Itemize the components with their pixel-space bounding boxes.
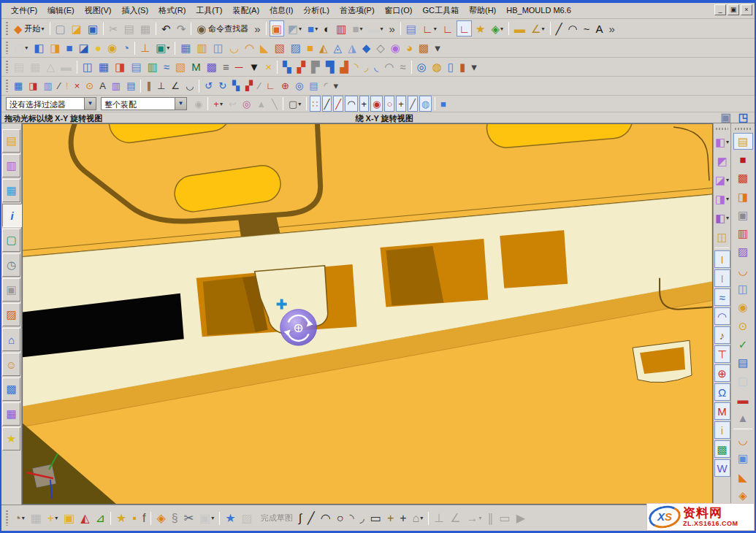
sew-button[interactable]: ◫ xyxy=(211,40,226,56)
spring-button[interactable]: ≈ xyxy=(714,288,730,306)
move-face-button[interactable]: ▚ xyxy=(280,59,294,75)
edge-blend-button[interactable]: ◝ xyxy=(352,59,361,75)
measure-angle-button-dropdown-icon[interactable]: ▾ xyxy=(542,26,545,32)
delete-button[interactable]: × xyxy=(72,78,83,94)
law-extension-button[interactable]: ◆ xyxy=(360,40,373,56)
instance-button[interactable]: ◫ xyxy=(80,59,95,75)
background-button[interactable]: ▬▾ xyxy=(366,20,385,37)
mold-box-button[interactable]: ▩ xyxy=(733,169,753,186)
target-button[interactable]: ⊕ xyxy=(279,78,291,94)
boolean-button[interactable]: ▣▾ xyxy=(153,40,172,56)
compose-button[interactable]: M xyxy=(189,59,203,75)
coin-stack-button[interactable]: ◉ xyxy=(733,299,753,315)
pattern-button[interactable]: ▦ xyxy=(96,59,111,75)
materials-tab[interactable]: ▨ xyxy=(2,303,20,326)
section-surface-button[interactable]: ◉ xyxy=(389,40,402,56)
snap-existing-point-button[interactable]: + xyxy=(396,96,406,112)
wizard-tab[interactable]: ★ xyxy=(2,427,20,450)
assembly-constraint-button[interactable]: ⊿ xyxy=(93,509,107,528)
explode-assembly-button[interactable]: ◔▾ xyxy=(12,509,27,528)
images-tab[interactable]: ▩ xyxy=(2,377,20,401)
draft-button[interactable]: ◟ xyxy=(372,59,381,75)
layered-plate-button[interactable]: ▥ xyxy=(733,225,753,242)
constraint-navigator-tab[interactable]: ▥ xyxy=(2,154,20,177)
wave-link-button[interactable]: ≈ xyxy=(161,59,172,75)
bounded-plane-button[interactable]: ◧ xyxy=(31,40,46,56)
sketch-arc-button[interactable]: ◠ xyxy=(318,509,333,528)
history-tab[interactable]: ◷ xyxy=(2,253,20,277)
split-solid-button[interactable]: ◨ xyxy=(733,188,753,205)
rotate-cursor[interactable] xyxy=(280,310,317,346)
interpart-link-button[interactable]: § xyxy=(169,509,180,528)
parallel-constraint-button[interactable]: ∥ xyxy=(144,78,153,94)
sheet-button-dropdown-icon[interactable]: ▾ xyxy=(25,45,28,51)
selection-scope-arrow-icon[interactable]: ▼ xyxy=(175,98,186,110)
patch-button[interactable]: ▧ xyxy=(272,40,287,56)
selection-filter-dropdown[interactable]: 没有选择过滤器 ▼ xyxy=(6,97,96,110)
highlight-related-button[interactable]: ◎ xyxy=(240,96,253,112)
restore-button[interactable]: ▣ xyxy=(728,4,739,15)
menu-item-9[interactable]: 分析(L) xyxy=(298,4,334,16)
standard-overflow[interactable]: » xyxy=(252,20,262,37)
show-hide-button[interactable]: ▥ xyxy=(42,78,55,94)
perpendicular-constraint-button[interactable]: ⊥ xyxy=(155,78,167,94)
pocket-button[interactable]: ▯ xyxy=(446,59,456,75)
mold-csys-button[interactable]: ◧▾ xyxy=(714,133,730,150)
cube-arrows-button[interactable]: ◈ xyxy=(733,487,753,504)
check-tool-button[interactable]: ✓ xyxy=(733,336,753,353)
rectangle-select-button[interactable]: ▢▾ xyxy=(286,96,303,112)
wire-box-button[interactable]: ▬ xyxy=(733,391,753,407)
snap-point-grid-button[interactable]: ∷ xyxy=(310,96,320,112)
book-export-button[interactable]: ▤ xyxy=(733,354,753,371)
menu-item-6[interactable]: 工具(T) xyxy=(191,4,227,16)
group-button[interactable]: ▩ xyxy=(205,59,219,75)
arc-tool-button[interactable]: ◠ xyxy=(566,20,580,37)
remember-constraint-button[interactable]: ★ xyxy=(223,509,237,528)
edit-sketch-button[interactable]: ∕ xyxy=(256,78,262,94)
edit-display-button[interactable]: ◨ xyxy=(26,78,39,94)
emboss-button[interactable]: ▩ xyxy=(416,40,431,56)
undo-button[interactable]: ↶ xyxy=(159,20,173,37)
command-finder-button[interactable]: ◉命令查找器 xyxy=(194,20,251,37)
gray-cube-button-dropdown-icon[interactable]: ▾ xyxy=(359,26,362,32)
key-ring-button[interactable]: ⊙ xyxy=(733,317,753,334)
snap-midpoint-button[interactable]: ╱ xyxy=(333,96,343,112)
boss-button[interactable]: ◍ xyxy=(430,59,444,75)
move-component-button[interactable]: ▣ xyxy=(61,509,77,528)
csys-wcs-button[interactable]: ∟ xyxy=(457,20,472,37)
curve-overflow[interactable]: » xyxy=(606,20,616,37)
ghost-cube-button[interactable]: ▢ xyxy=(733,372,753,389)
surface-overflow[interactable]: ▾ xyxy=(432,40,443,56)
sphere-button[interactable]: ● xyxy=(93,40,104,56)
offset-surface-button[interactable]: ▨ xyxy=(289,40,303,56)
profile-tool-button[interactable]: ∫ xyxy=(297,509,304,528)
extract-button[interactable]: ▧ xyxy=(173,59,188,75)
mold-split-button[interactable]: ◧▾ xyxy=(714,209,730,226)
constraint-arrow-button-dropdown-icon[interactable]: ▾ xyxy=(479,515,482,521)
point-set-button[interactable]: ◈▾ xyxy=(489,20,506,37)
csys-dynamic-button[interactable]: ∟▾ xyxy=(420,20,439,37)
line-tool-button[interactable]: ╱ xyxy=(554,20,565,37)
split-body-button[interactable]: ◭ xyxy=(317,40,330,56)
open-file-button[interactable]: ◪ xyxy=(69,20,84,37)
mirror-feature-button[interactable]: ◨ xyxy=(112,59,127,75)
face-blend-button[interactable]: ◕ xyxy=(404,40,415,56)
sketch-shape-button-dropdown-icon[interactable]: ▾ xyxy=(420,515,423,521)
chamfer-button[interactable]: ◞ xyxy=(362,59,371,75)
through-curves-button[interactable]: ■ xyxy=(64,40,75,56)
snap-point-on-face-button[interactable]: ◍ xyxy=(419,96,432,112)
section-view-button[interactable]: ▥ xyxy=(334,20,348,37)
thread-button[interactable]: ≈ xyxy=(397,59,408,75)
snap-point-on-curve-button[interactable]: ╱ xyxy=(408,96,418,112)
mold-layers-button[interactable]: ▤ xyxy=(733,133,753,150)
background-button-dropdown-icon[interactable]: ▾ xyxy=(380,26,383,32)
break-link-button[interactable]: ✂ xyxy=(182,509,196,528)
part-navigator-tab[interactable]: ▦ xyxy=(2,179,20,202)
mold-workpiece-button[interactable]: ◪▾ xyxy=(714,171,730,188)
menu-item-5[interactable]: 格式(R) xyxy=(153,4,191,16)
menu-item-12[interactable]: GC工具箱 xyxy=(417,4,464,16)
triad-button[interactable]: ∟ xyxy=(264,78,278,94)
guide-bolt-button[interactable]: i xyxy=(714,421,730,439)
mold-cavity-layout-button[interactable]: ◨▾ xyxy=(714,190,730,207)
display-part-button-dropdown-icon[interactable]: ▾ xyxy=(299,26,302,32)
